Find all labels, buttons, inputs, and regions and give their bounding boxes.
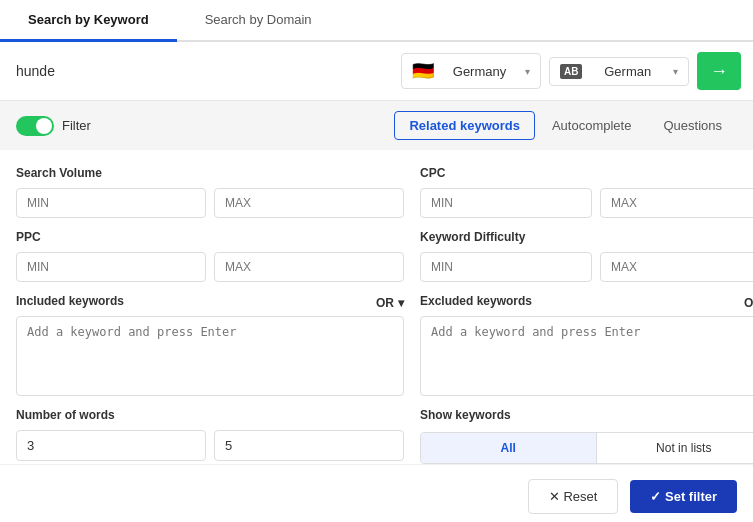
cpc-max[interactable] [600, 188, 753, 218]
search-volume-max[interactable] [214, 188, 404, 218]
search-volume-label: Search Volume [16, 166, 404, 180]
search-volume-group: Search Volume [16, 166, 404, 218]
number-of-words-group: Number of words [16, 408, 404, 461]
included-keywords-operator[interactable]: OR ▾ [376, 296, 404, 310]
keyword-difficulty-min[interactable] [420, 252, 592, 282]
included-keywords-group: Included keywords OR ▾ [16, 294, 404, 396]
show-keywords-buttons: All Not in lists [420, 432, 753, 464]
included-keywords-header: Included keywords OR ▾ [16, 294, 404, 312]
search-volume-inputs [16, 188, 404, 218]
number-of-words-min[interactable] [16, 430, 206, 461]
excluded-keywords-input[interactable] [420, 316, 753, 396]
subtab-questions[interactable]: Questions [648, 111, 737, 140]
excluded-keywords-label: Excluded keywords [420, 294, 532, 308]
country-name: Germany [453, 64, 506, 79]
language-select[interactable]: AB German ▾ [549, 57, 689, 86]
search-input[interactable] [12, 57, 393, 85]
keyword-difficulty-max[interactable] [600, 252, 753, 282]
excluded-keywords-header: Excluded keywords OR ▾ [420, 294, 753, 312]
filter-row: Filter Related keywords Autocomplete Que… [0, 101, 753, 150]
filter-left: Search Volume PPC Included keywords OR ▾ [16, 166, 404, 464]
language-icon: AB [560, 64, 582, 79]
filter-toggle-wrap: Filter [16, 116, 91, 136]
subtab-autocomplete[interactable]: Autocomplete [537, 111, 647, 140]
filter-label: Filter [62, 118, 91, 133]
excluded-keywords-group: Excluded keywords OR ▾ [420, 294, 753, 396]
ppc-inputs [16, 252, 404, 282]
included-keywords-input[interactable] [16, 316, 404, 396]
search-volume-min[interactable] [16, 188, 206, 218]
keyword-difficulty-inputs [420, 252, 753, 282]
keyword-difficulty-label: Keyword Difficulty [420, 230, 753, 244]
tab-search-by-keyword[interactable]: Search by Keyword [0, 0, 177, 42]
reset-button[interactable]: ✕ Reset [528, 479, 619, 514]
country-chevron-icon: ▾ [525, 66, 530, 77]
country-select[interactable]: 🇩🇪 Germany ▾ [401, 53, 541, 89]
excluded-keywords-operator-value: OR [744, 296, 753, 310]
language-chevron-icon: ▾ [673, 66, 678, 77]
cpc-inputs [420, 188, 753, 218]
ppc-max[interactable] [214, 252, 404, 282]
number-of-words-inputs [16, 430, 404, 461]
number-of-words-label: Number of words [16, 408, 404, 422]
number-of-words-max[interactable] [214, 430, 404, 461]
tab-bar: Search by Keyword Search by Domain [0, 0, 753, 42]
country-flag: 🇩🇪 [412, 60, 434, 82]
ppc-label: PPC [16, 230, 404, 244]
show-keywords-group: Show keywords All Not in lists [420, 408, 753, 464]
included-keywords-operator-value: OR [376, 296, 394, 310]
filter-toggle[interactable] [16, 116, 54, 136]
cpc-label: CPC [420, 166, 753, 180]
ppc-group: PPC [16, 230, 404, 282]
set-filter-button[interactable]: ✓ Set filter [630, 480, 737, 513]
excluded-keywords-operator[interactable]: OR ▾ [744, 296, 753, 310]
cpc-group: CPC [420, 166, 753, 218]
included-keywords-label: Included keywords [16, 294, 124, 308]
included-keywords-operator-chevron: ▾ [398, 296, 404, 310]
keyword-difficulty-group: Keyword Difficulty [420, 230, 753, 282]
ppc-min[interactable] [16, 252, 206, 282]
search-bar: 🇩🇪 Germany ▾ AB German ▾ → [0, 42, 753, 101]
show-keywords-all-button[interactable]: All [421, 433, 597, 463]
cpc-min[interactable] [420, 188, 592, 218]
go-arrow-icon: → [710, 61, 728, 82]
action-bar: ✕ Reset ✓ Set filter [0, 464, 753, 522]
tab-search-by-domain[interactable]: Search by Domain [177, 0, 340, 42]
show-keywords-label: Show keywords [420, 408, 753, 422]
language-name: German [604, 64, 651, 79]
filter-right: CPC Keyword Difficulty Excluded keywords… [420, 166, 753, 464]
show-keywords-not-in-lists-button[interactable]: Not in lists [597, 433, 754, 463]
go-button[interactable]: → [697, 52, 741, 90]
subtab-related-keywords[interactable]: Related keywords [394, 111, 535, 140]
filter-container: Search Volume PPC Included keywords OR ▾ [0, 150, 753, 464]
subtabs: Related keywords Autocomplete Questions [394, 111, 737, 140]
